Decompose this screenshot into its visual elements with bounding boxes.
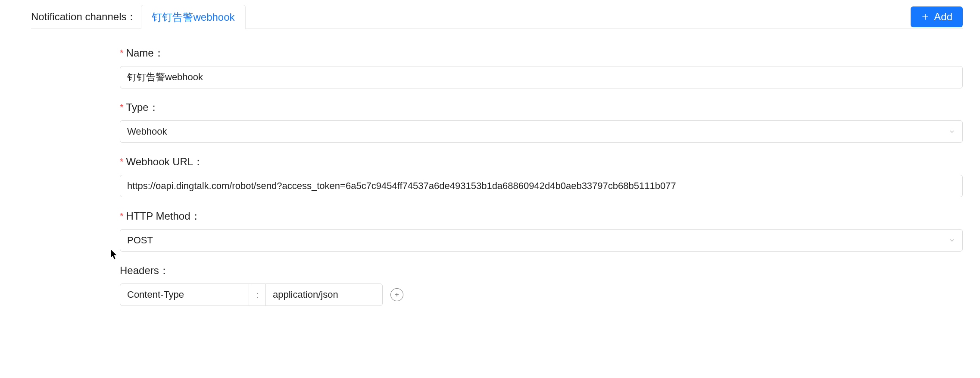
http-method-select[interactable]: POST <box>120 229 963 252</box>
headers-label: Headers： <box>120 264 963 277</box>
type-select-value: Webhook <box>127 126 167 137</box>
mouse-cursor <box>110 249 118 261</box>
plus-circle-icon <box>393 291 400 298</box>
webhook-url-label: * Webhook URL： <box>120 155 963 169</box>
http-method-select-value: POST <box>127 235 153 246</box>
tab-channel-active[interactable]: 钉钉告警webhook <box>141 5 245 29</box>
required-star: * <box>120 211 124 222</box>
chevron-down-icon <box>949 128 955 135</box>
name-input[interactable] <box>120 66 963 88</box>
add-channel-button[interactable]: Add <box>911 6 963 27</box>
plus-icon <box>921 13 930 21</box>
name-label: * Name： <box>120 46 963 60</box>
required-star: * <box>120 102 124 113</box>
channel-tabs: 钉钉告警webhook <box>141 4 245 29</box>
header-key-input[interactable] <box>120 284 249 306</box>
header-value-input[interactable] <box>265 284 383 306</box>
add-header-button[interactable] <box>390 288 403 301</box>
section-label: Notification channels： <box>31 10 137 24</box>
required-star: * <box>120 47 124 59</box>
type-select[interactable]: Webhook <box>120 120 963 143</box>
add-button-label: Add <box>934 11 952 23</box>
chevron-down-icon <box>949 237 955 244</box>
headers-row: : <box>120 284 963 306</box>
type-label: * Type： <box>120 101 963 114</box>
required-star: * <box>120 156 124 167</box>
header-separator: : <box>249 284 265 306</box>
http-method-label: * HTTP Method： <box>120 209 963 223</box>
webhook-url-input[interactable] <box>120 175 963 197</box>
